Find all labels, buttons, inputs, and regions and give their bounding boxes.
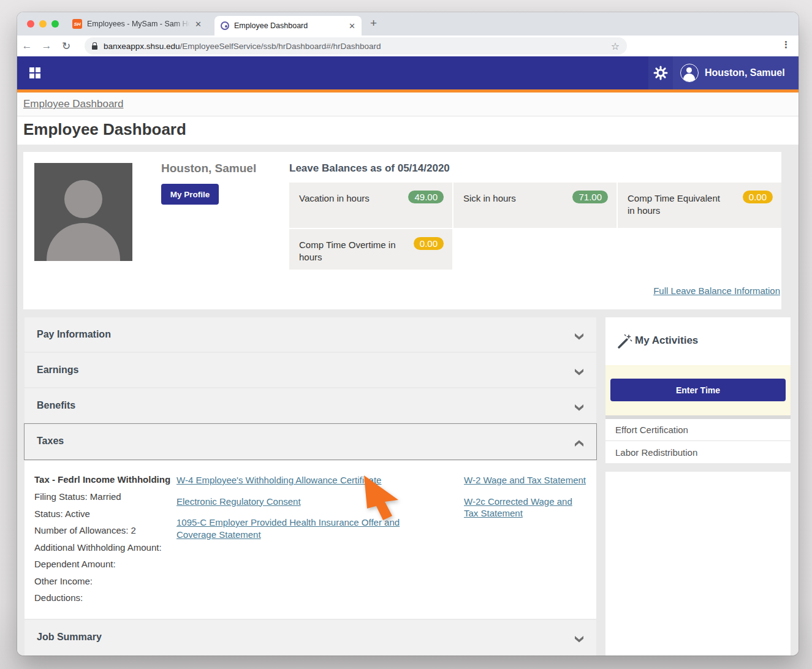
chevron-down-icon <box>574 634 584 645</box>
leave-card-vacation: Vacation in hours 49.00 <box>289 183 452 228</box>
tax-detail: Additional Withholding Amount: <box>34 542 174 553</box>
effort-certification-item[interactable]: Effort Certification <box>605 419 791 441</box>
accordion-label: Pay Information <box>37 329 111 340</box>
user-avatar-icon[interactable] <box>680 64 699 82</box>
tab-mysam[interactable]: SH Employees - MySam - Sam Ho ✕ <box>67 12 213 36</box>
leave-card-label: Vacation in hours <box>299 192 397 205</box>
url-path: /EmployeeSelfService/ssb/hrDashboard#/hr… <box>180 42 381 51</box>
accordion-label: Taxes <box>37 436 64 447</box>
browser-menu-icon[interactable]: ⋮ <box>781 39 790 50</box>
tax-links-column-2: W-2 Wage and Tax Statement W-2c Correcte… <box>464 474 586 529</box>
breadcrumb[interactable]: Employee Dashboard <box>23 98 123 110</box>
accordion-label: Earnings <box>37 365 78 376</box>
navbar-user-name[interactable]: Houston, Samuel <box>705 67 785 78</box>
shsu-favicon: SH <box>72 19 82 29</box>
accordion-benefits[interactable]: Benefits <box>25 388 596 423</box>
profile-card: Houston, Samuel My Profile Leave Balance… <box>23 152 781 309</box>
app-navbar: Houston, Samuel <box>17 56 799 89</box>
tax-details-column: Tax - Fedrl Income Withholding Filing St… <box>34 474 174 610</box>
reload-icon[interactable]: ↻ <box>56 40 76 53</box>
accordion-job-summary[interactable]: Job Summary <box>25 620 596 656</box>
chevron-up-icon <box>574 438 584 449</box>
url-domain: banxeappx.shsu.edu <box>104 42 180 51</box>
forward-icon[interactable]: → <box>37 40 56 52</box>
leave-value-badge: 49.00 <box>408 191 444 203</box>
accordion-label: Job Summary <box>37 632 102 643</box>
accordion-taxes[interactable]: Taxes <box>25 424 596 459</box>
chevron-down-icon <box>574 403 584 414</box>
tax-detail: Status: Active <box>34 508 174 519</box>
url-text[interactable]: banxeappx.shsu.edu/EmployeeSelfService/s… <box>104 42 605 51</box>
enter-time-section: Enter Time <box>605 365 791 415</box>
labor-redistribution-item[interactable]: Labor Redistribution <box>605 441 791 463</box>
address-bar[interactable]: banxeappx.shsu.edu/EmployeeSelfService/s… <box>85 37 627 55</box>
settings-gear-icon[interactable] <box>653 66 668 80</box>
tab-title: Employees - MySam - Sam Ho <box>87 20 190 28</box>
leave-card-sick: Sick in hours 71.00 <box>453 183 617 228</box>
tax-detail: Deductions: <box>34 592 174 603</box>
my-profile-button[interactable]: My Profile <box>161 184 219 205</box>
accordion-label: Benefits <box>37 400 75 411</box>
leave-card-label: Comp Time Overtime in hours <box>299 239 397 264</box>
profile-photo-placeholder <box>34 163 132 261</box>
leave-card-comp-overtime: Comp Time Overtime in hours 0.00 <box>289 229 452 270</box>
leave-value-badge: 71.00 <box>572 191 608 203</box>
minimize-window-button[interactable] <box>39 20 47 28</box>
title-bar: Employee Dashboard <box>17 116 799 145</box>
tab-employee-dashboard[interactable]: Employee Dashboard ✕ <box>214 16 362 36</box>
tab-close-icon[interactable]: ✕ <box>349 22 355 30</box>
leave-value-badge: 0.00 <box>414 237 444 250</box>
tab-title: Employee Dashboard <box>234 21 344 30</box>
full-leave-balance-link[interactable]: Full Leave Balance Information <box>653 285 780 296</box>
leave-card-comp-equivalent: Comp Time Equivalent in hours 0.00 <box>618 183 781 228</box>
accordion-earnings[interactable]: Earnings <box>25 353 596 387</box>
app-grid-icon[interactable] <box>29 67 40 78</box>
mouse-cursor-pointer <box>359 475 407 532</box>
tab-close-icon[interactable]: ✕ <box>195 20 202 28</box>
employee-name: Houston, Samuel <box>161 162 256 175</box>
leave-balances-heading: Leave Balances as of 05/14/2020 <box>289 162 450 175</box>
close-window-button[interactable] <box>27 20 34 28</box>
tax-detail: Number of Allowances: 2 <box>34 525 174 535</box>
w2c-statement-link[interactable]: W-2c Corrected Wage and Tax Statement <box>464 496 586 520</box>
tax-heading: Tax - Fedrl Income Withholding <box>34 474 174 485</box>
back-icon[interactable]: ← <box>17 40 37 52</box>
accordion-pay-information[interactable]: Pay Information <box>25 317 596 352</box>
leave-card-label: Comp Time Equivalent in hours <box>628 192 726 217</box>
magic-wand-icon <box>617 333 632 352</box>
page-content: Houston, Samuel My Profile Leave Balance… <box>17 145 799 656</box>
chevron-down-icon <box>574 367 584 378</box>
enter-time-button[interactable]: Enter Time <box>610 379 786 401</box>
lock-icon[interactable] <box>92 45 97 50</box>
tab-strip: SH Employees - MySam - Sam Ho ✕ Employee… <box>17 12 799 36</box>
tax-detail: Other Income: <box>34 576 174 586</box>
breadcrumb-bar: Employee Dashboard <box>17 93 799 116</box>
chevron-down-icon <box>574 331 584 342</box>
w2-statement-link[interactable]: W-2 Wage and Tax Statement <box>464 474 586 486</box>
zoom-window-button[interactable] <box>51 20 59 28</box>
browser-window: SH Employees - MySam - Sam Ho ✕ Employee… <box>17 12 799 656</box>
new-tab-button[interactable]: + <box>370 17 377 29</box>
ellucian-favicon <box>221 21 229 30</box>
empty-side-panel <box>605 472 791 656</box>
my-activities-title: My Activities <box>635 334 698 347</box>
leave-card-label: Sick in hours <box>463 192 561 205</box>
page-title: Employee Dashboard <box>23 120 186 139</box>
leave-value-badge: 0.00 <box>743 191 773 203</box>
bookmark-star-icon[interactable]: ☆ <box>611 40 620 52</box>
tax-detail: Filing Status: Married <box>34 491 174 502</box>
tax-detail: Dependent Amount: <box>34 559 174 569</box>
taxes-panel: Tax - Fedrl Income Withholding Filing St… <box>25 461 596 619</box>
my-activities-card: My Activities Enter Time Effort Certific… <box>605 317 791 462</box>
